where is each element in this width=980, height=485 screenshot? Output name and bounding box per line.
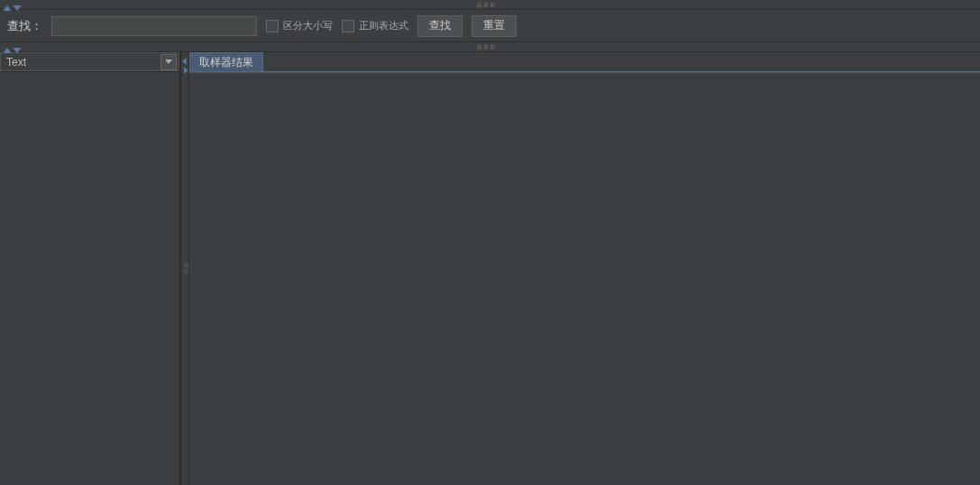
collapse-arrows[interactable] [3, 43, 22, 56]
triangle-right-icon [184, 67, 188, 74]
tab-row: 取样器结果 [189, 52, 980, 72]
search-label: 查找： [7, 18, 42, 34]
main-area: Text ⠿⠿ 取样器结果 [0, 52, 980, 485]
search-bar: 查找： 区分大小写 正则表达式 查找 重置 [0, 10, 980, 42]
triangle-up-icon [3, 5, 12, 11]
tab-label: 取样器结果 [199, 55, 253, 70]
search-input[interactable] [51, 16, 257, 36]
triangle-up-icon [3, 48, 12, 53]
splitter-handle-icon: ⠿⠿ [183, 262, 187, 275]
top-grip-bar-1[interactable]: ⠿⠿⠿ [0, 0, 980, 10]
triangle-down-icon [13, 5, 22, 11]
top-grip-bar-2[interactable]: ⠿⠿⠿ [0, 42, 980, 52]
left-panel: Text [0, 52, 180, 485]
drag-handle-icon[interactable]: ⠿⠿⠿ [477, 3, 504, 7]
result-content-area[interactable] [189, 72, 980, 485]
case-sensitive-checkbox[interactable]: 区分大小写 [266, 19, 333, 32]
splitter-arrows[interactable] [181, 58, 190, 74]
vertical-splitter[interactable]: ⠿⠿ [180, 52, 189, 485]
right-panel: 取样器结果 [189, 52, 980, 485]
case-sensitive-label: 区分大小写 [283, 19, 333, 32]
search-button[interactable]: 查找 [417, 15, 463, 37]
format-dropdown[interactable]: Text [0, 52, 179, 71]
reset-button[interactable]: 重置 [472, 15, 517, 37]
tab-sampler-result[interactable]: 取样器结果 [189, 52, 263, 71]
checkbox-icon [342, 20, 354, 32]
checkbox-icon [266, 20, 279, 32]
collapse-arrows[interactable] [3, 1, 22, 14]
triangle-down-icon [13, 48, 22, 53]
chevron-down-icon [165, 59, 172, 64]
regex-checkbox[interactable]: 正则表达式 [342, 19, 408, 32]
regex-label: 正则表达式 [359, 19, 408, 32]
dropdown-arrow-button[interactable] [160, 54, 177, 70]
triangle-left-icon [182, 58, 187, 65]
results-tree[interactable] [0, 72, 179, 485]
dropdown-value: Text [6, 56, 26, 69]
dropdown-row: Text [0, 52, 179, 72]
drag-handle-icon[interactable]: ⠿⠿⠿ [477, 45, 504, 50]
